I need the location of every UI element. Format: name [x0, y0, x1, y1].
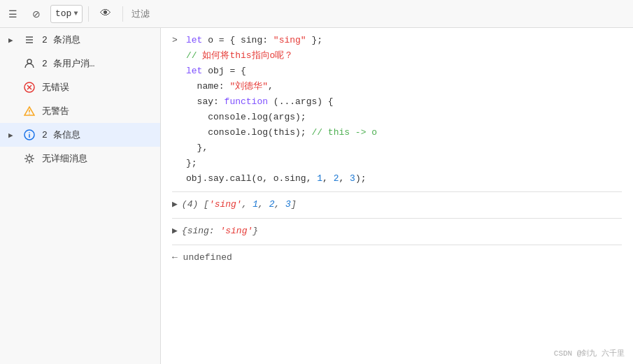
code-line-6: console.log(args);	[172, 110, 622, 126]
debug-icon	[22, 152, 36, 166]
result-line-1: ▶ (4) ['sing', 1, 2, 3]	[172, 196, 622, 214]
code-content-3: let obj = {	[186, 64, 246, 79]
ban-button[interactable]: ⊘	[27, 4, 46, 24]
code-line-1: > let o = { sing: "sing" };	[172, 34, 622, 49]
svg-point-9	[29, 113, 30, 115]
code-line-10: obj.say.call(o, o.sing, 1, 2, 3);	[172, 172, 622, 187]
code-content-4: name: "刘德华",	[186, 80, 273, 94]
sidebar-label-messages: 2 条消息	[42, 34, 153, 46]
result-separator-3	[172, 245, 622, 245]
context-selector[interactable]: top ▼	[50, 5, 83, 23]
warning-icon	[22, 104, 36, 118]
sidebar-item-debug[interactable]: ▶ 无详细消息	[0, 147, 160, 170]
divider2	[122, 6, 123, 22]
svg-line-18	[26, 155, 27, 156]
code-line-7: console.log(this); // this -> o	[172, 126, 622, 141]
sidebar-item-messages[interactable]: ▶ 2 条消息	[0, 28, 160, 52]
code-line-4: name: "刘德华",	[172, 80, 622, 95]
prompt-1: >	[172, 34, 182, 48]
eye-button[interactable]: 👁	[94, 4, 117, 24]
expand-arrow5: ▶	[8, 131, 17, 140]
sidebar: ▶ 2 条消息 ▶ 2 条用户消… ▶	[0, 28, 161, 364]
result-line-2: ▶ {sing: 'sing'}	[172, 223, 622, 240]
sidebar-item-errors[interactable]: ▶ 无错误	[0, 75, 160, 99]
user-icon	[22, 57, 36, 71]
sidebar-label-debug: 无详细消息	[42, 152, 153, 165]
code-content-5: say: function (...args) {	[186, 95, 334, 110]
code-line-5: say: function (...args) {	[172, 95, 622, 110]
filter-input[interactable]	[129, 5, 630, 23]
code-content-9: };	[186, 156, 197, 171]
code-content-10: obj.say.call(o, o.sing, 1, 2, 3);	[186, 172, 367, 187]
menu-icon: ☰	[8, 8, 17, 20]
sidebar-item-warnings[interactable]: ▶ 无警告	[0, 99, 160, 123]
chevron-down-icon: ▼	[73, 10, 78, 17]
code-panel-wrap: > let o = { sing: "sing" }; // 如何将this指向…	[161, 28, 633, 364]
info-icon	[22, 128, 36, 142]
sidebar-label-user: 2 条用户消…	[42, 57, 153, 70]
divider	[88, 6, 89, 22]
svg-point-3	[27, 59, 31, 64]
result-content-3: ← undefined	[172, 251, 232, 265]
result-line-3: ← undefined	[172, 249, 622, 267]
code-content-7: console.log(this); // this -> o	[186, 126, 377, 140]
eye-icon: 👁	[100, 7, 111, 20]
context-label: top	[55, 8, 71, 19]
sidebar-label-info: 2 条信息	[42, 129, 153, 141]
code-content-6: console.log(args);	[186, 110, 306, 125]
sidebar-item-info[interactable]: ▶ 2 条信息	[0, 123, 160, 147]
result-separator-1	[172, 191, 622, 192]
sidebar-label-errors: 无错误	[42, 81, 153, 94]
result-content-1: (4) ['sing', 1, 2, 3]	[182, 198, 297, 212]
code-line-2: // 如何将this指向o呢？	[172, 49, 622, 64]
ban-icon: ⊘	[32, 8, 41, 20]
code-line-9: };	[172, 156, 622, 172]
code-content-8: },	[186, 141, 208, 156]
expand-result-2[interactable]: ▶	[172, 224, 178, 239]
list-icon	[22, 33, 36, 47]
menu-button[interactable]: ☰	[3, 4, 22, 24]
watermark: CSDN @剑九 六千里	[554, 348, 625, 358]
code-content-1: let o = { sing: "sing" };	[186, 34, 322, 48]
sidebar-item-user-messages[interactable]: ▶ 2 条用户消…	[0, 52, 160, 75]
svg-line-21	[31, 161, 33, 162]
svg-line-19	[31, 155, 33, 156]
svg-point-12	[29, 132, 30, 133]
result-separator-2	[172, 218, 622, 219]
result-content-2: {sing: 'sing'}	[182, 224, 258, 239]
code-panel: > let o = { sing: "sing" }; // 如何将this指向…	[161, 28, 633, 272]
error-icon	[22, 80, 36, 94]
svg-line-20	[26, 161, 27, 162]
sidebar-label-warnings: 无警告	[42, 105, 153, 117]
toolbar: ☰ ⊘ top ▼ 👁	[0, 0, 633, 28]
code-line-3: let obj = {	[172, 64, 622, 80]
code-line-8: },	[172, 141, 622, 156]
expand-result-1[interactable]: ▶	[172, 198, 178, 212]
svg-point-13	[27, 156, 31, 161]
expand-arrow: ▶	[8, 36, 17, 45]
main-layout: ▶ 2 条消息 ▶ 2 条用户消… ▶	[0, 28, 633, 364]
code-content-2: // 如何将this指向o呢？	[186, 49, 293, 64]
